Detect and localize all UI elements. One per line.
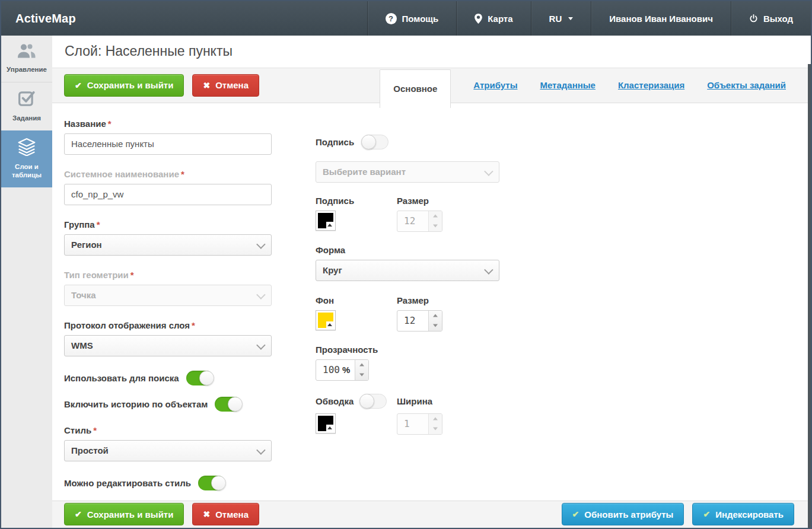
toggle-knob — [361, 135, 376, 149]
spin-down-icon — [429, 221, 442, 231]
check-icon: ✔ — [75, 81, 82, 90]
help-menu-item[interactable]: ? Помощь — [367, 1, 457, 36]
fill-size-labels: Фон Размер — [316, 295, 499, 305]
editable-style-toggle[interactable] — [198, 476, 225, 490]
help-icon: ? — [386, 13, 397, 24]
spinner-arrows[interactable] — [355, 360, 368, 380]
x-icon: ✖ — [203, 81, 210, 90]
editable-style-row: Можно редактировать стиль — [64, 476, 272, 490]
spinner-arrows — [428, 211, 442, 231]
caption-variant-placeholder: Выберите вариант — [323, 167, 406, 177]
outline-width-labels: Обводка Ширина — [316, 394, 499, 409]
shape-select[interactable]: Круг — [316, 260, 499, 281]
save-exit-button-top[interactable]: ✔ Сохранить и выйти — [64, 74, 184, 97]
opacity-input[interactable] — [316, 360, 342, 380]
geometry-type-value: Точка — [71, 290, 96, 300]
map-menu-item[interactable]: Карта — [456, 1, 530, 36]
language-label: RU — [549, 14, 562, 24]
header-nav: ? Помощь Карта RU Иванов Иван Иванович — [367, 1, 811, 36]
required-asterisk: * — [108, 119, 112, 129]
use-for-search-row: Использовать для поиска — [64, 371, 272, 385]
opacity-unit: % — [342, 360, 355, 380]
tab-bar: Основное Атрибуты Метаданные Кластеризац… — [380, 68, 811, 103]
required-asterisk: * — [192, 320, 195, 330]
sidebar-item-tasks[interactable]: Задания — [1, 82, 52, 130]
save-exit-button-bottom[interactable]: ✔ Сохранить и выйти — [64, 503, 184, 525]
outline-width-stepper — [397, 413, 442, 435]
tab-task-objects[interactable]: Объекты заданий — [707, 80, 786, 90]
use-for-search-toggle[interactable] — [186, 371, 214, 385]
spinner-arrows[interactable] — [428, 311, 442, 331]
user-menu-item[interactable]: Иванов Иван Иванович — [591, 1, 731, 36]
system-name-label: Системное наименование* — [64, 169, 272, 179]
form-column-right: Подпись Выберите вариант Подпись Размер — [316, 119, 499, 501]
shape-value: Круг — [323, 265, 342, 275]
outline-color-swatch[interactable] — [316, 413, 336, 434]
checkbox-check-icon — [18, 90, 36, 109]
style-select[interactable]: Простой — [64, 440, 272, 461]
caption-toggle[interactable] — [361, 135, 389, 149]
sidebar-item-layers-tables[interactable]: Слои и таблицы — [1, 130, 52, 187]
layers-icon — [17, 138, 37, 158]
fill-label: Фон — [316, 295, 397, 305]
caption-color-swatch[interactable] — [316, 211, 336, 231]
cancel-label: Отмена — [215, 80, 249, 90]
protocol-value: WMS — [71, 340, 93, 350]
vertical-scrollbar-thumb[interactable] — [808, 64, 811, 528]
logout-menu-item[interactable]: Выход — [731, 1, 811, 36]
outline-label: Обводка — [316, 396, 354, 406]
spin-up-icon — [355, 360, 368, 370]
tab-general[interactable]: Основное — [380, 69, 451, 108]
tab-clustering[interactable]: Кластеризация — [618, 80, 684, 90]
geometry-type-label: Тип геометрии* — [64, 270, 272, 280]
language-dropdown[interactable]: RU — [531, 1, 591, 36]
tab-metadata[interactable]: Метаданные — [540, 80, 595, 90]
opacity-stepper[interactable]: % — [316, 359, 369, 381]
protocol-select[interactable]: WMS — [64, 335, 272, 356]
name-label: Название* — [64, 119, 272, 129]
help-label: Помощь — [402, 14, 439, 24]
group-field: Группа* Регион — [64, 219, 272, 256]
sidebar-item-label: Задания — [12, 114, 41, 122]
reindex-button[interactable]: ✔ Индексировать — [692, 503, 794, 525]
caption-size-label: Размер — [397, 196, 499, 206]
fill-size-stepper[interactable] — [397, 310, 442, 332]
app-window: ActiveMap ? Помощь Карта RU Иванов Иван … — [0, 0, 812, 529]
object-history-label: Включить историю по объектам — [64, 399, 208, 409]
sidebar-item-label: Управление — [7, 65, 47, 74]
update-attributes-button[interactable]: ✔ Обновить атрибуты — [562, 503, 684, 525]
check-icon: ✔ — [572, 510, 579, 518]
name-input[interactable] — [64, 133, 272, 155]
object-history-toggle[interactable] — [215, 397, 242, 412]
geometry-type-field: Тип геометрии* Точка — [64, 270, 272, 306]
save-exit-label: Сохранить и выйти — [87, 80, 174, 90]
name-field: Название* — [64, 119, 272, 155]
required-asterisk: * — [93, 425, 97, 435]
toggle-knob — [211, 476, 226, 490]
x-icon: ✖ — [203, 510, 210, 518]
sidebar-item-management[interactable]: Управление — [1, 36, 52, 82]
swatch-corner-triangle-icon — [326, 222, 333, 228]
caption-color-size-labels: Подпись Размер — [316, 196, 499, 206]
tab-attributes[interactable]: Атрибуты — [473, 80, 517, 90]
outline-width-controls — [316, 413, 499, 435]
swatch-corner-triangle-icon — [326, 321, 333, 328]
top-toolbar: ✔ Сохранить и выйти ✖ Отмена Основное Ат… — [52, 68, 811, 103]
caption-color-label: Подпись — [316, 196, 397, 206]
group-select[interactable]: Регион — [64, 234, 272, 256]
spin-up-icon — [429, 311, 442, 321]
cancel-button-top[interactable]: ✖ Отмена — [192, 74, 259, 97]
fill-size-label: Размер — [397, 295, 499, 305]
style-value: Простой — [71, 445, 109, 455]
spinner-arrows — [428, 414, 442, 434]
sidebar: Управление Задания Слои и таблицы — [1, 36, 52, 528]
fill-size-controls — [316, 310, 499, 332]
fill-color-swatch[interactable] — [316, 310, 336, 330]
fill-size-input[interactable] — [397, 311, 428, 331]
check-icon: ✔ — [703, 510, 710, 518]
spin-down-icon — [355, 370, 368, 380]
outline-toggle[interactable] — [359, 394, 387, 409]
opacity-label: Прозрачность — [316, 345, 499, 355]
cancel-button-bottom[interactable]: ✖ Отмена — [192, 503, 259, 525]
spin-up-icon — [429, 211, 442, 221]
